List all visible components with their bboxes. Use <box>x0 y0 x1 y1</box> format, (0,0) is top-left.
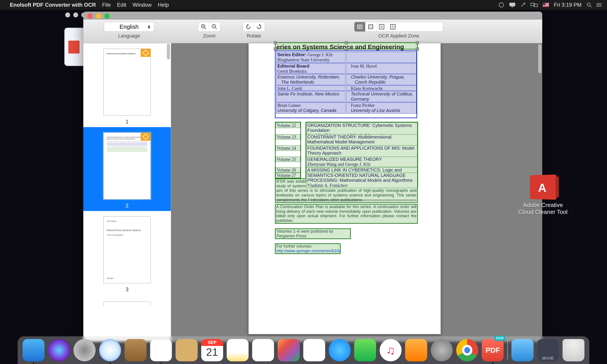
dock-downloads[interactable] <box>511 339 533 361</box>
svg-rect-1 <box>510 3 515 6</box>
table-cell: Erasmus University, Rotterdam, The Nethe… <box>276 74 345 85</box>
resize-handle[interactable] <box>274 41 277 44</box>
menu-help[interactable]: Help <box>158 2 169 8</box>
zoom-label: Zoom <box>198 33 221 39</box>
edit-badge-icon <box>141 49 151 57</box>
dock-chrome[interactable] <box>456 339 478 361</box>
dock-ibooks[interactable] <box>405 339 427 361</box>
sidebar-scrollbar[interactable] <box>167 44 170 59</box>
svg-rect-33 <box>379 25 384 29</box>
table-cell: Charles University, Prague, Czech Republ… <box>346 74 416 85</box>
status-flag-icon[interactable] <box>543 3 549 7</box>
dock-system-preferences[interactable] <box>431 339 453 361</box>
rotate-cw-button[interactable] <box>254 22 264 31</box>
edit-badge-icon <box>141 133 151 141</box>
zoom-in-button[interactable] <box>198 22 209 31</box>
table-cell: Franz PichlerUniversity of Linz Austria <box>346 102 416 114</box>
close-button[interactable] <box>87 13 93 19</box>
dock-itunes[interactable] <box>380 339 401 361</box>
zoom-button[interactable] <box>104 13 110 19</box>
dock-contacts[interactable] <box>176 339 197 361</box>
app-name[interactable]: Enolsoft PDF Converter with OCR <box>10 2 96 8</box>
resize-handle[interactable] <box>345 48 348 51</box>
table-cell: Ivan M. Havel <box>346 63 416 74</box>
dock-pdf-converter[interactable]: OCRPDF <box>482 339 504 361</box>
ocr-zone-title[interactable]: eries on Systems Science and Engineering <box>275 42 418 50</box>
ocr-zone-paragraph-3[interactable]: Volumes 1–6 were published by Pergamon P… <box>275 228 351 239</box>
caret-updown-icon: ▲▼ <box>147 25 151 28</box>
dock-facetime[interactable] <box>354 339 376 361</box>
thumb-number: 1 <box>83 119 171 125</box>
dock-notes[interactable] <box>227 339 248 361</box>
svg-rect-2 <box>511 6 513 7</box>
background-window-traffic-lights <box>65 13 86 17</box>
thumbnail-page-2[interactable]: International Federation for Systems Res… <box>83 127 171 211</box>
ocr-zone-link[interactable]: For further volumes: http://www.springer… <box>275 243 341 254</box>
ocr-zone-paragraph-2[interactable]: A Continuation Order Plan is available f… <box>275 204 418 224</box>
ocr-mark-paragraph-button[interactable] <box>365 22 376 31</box>
language-select[interactable]: English ▲▼ <box>104 22 154 32</box>
dock-finder[interactable] <box>23 339 44 361</box>
dock-reminders[interactable] <box>252 339 274 361</box>
status-arrow-icon[interactable] <box>520 2 526 8</box>
status-display-icon[interactable] <box>509 2 515 7</box>
ocr-mark-image-button[interactable] <box>376 22 387 31</box>
dock-movie-folder[interactable]: MOVIE <box>537 339 559 361</box>
resize-handle[interactable] <box>345 41 348 44</box>
dock-safari[interactable] <box>99 339 121 361</box>
menu-edit[interactable]: Edit <box>117 2 126 8</box>
ocr-mark-table-button[interactable] <box>387 22 398 31</box>
resize-handle[interactable] <box>416 48 419 51</box>
resize-handle[interactable] <box>274 48 277 51</box>
resize-handle[interactable] <box>416 41 419 44</box>
dock-messages[interactable] <box>329 339 351 361</box>
thumb-number: 2 <box>83 203 171 209</box>
volume-entry: GENERALIZED MEASURE THEORYZhenyuan Wang … <box>306 156 417 167</box>
dock-siri[interactable] <box>48 339 70 361</box>
page-view: eries on Systems Science and Engineering… <box>248 43 441 334</box>
svg-point-18 <box>597 6 597 7</box>
spotlight-icon[interactable] <box>586 2 592 8</box>
dock-calendar[interactable]: SEP21 <box>201 339 223 361</box>
separator-line <box>276 200 416 200</box>
ocr-zone-label: OCR Applied Zone <box>354 33 443 39</box>
volume-label: Volume 27 <box>276 173 300 178</box>
rotate-ccw-button[interactable] <box>243 22 254 31</box>
status-cc-icon[interactable] <box>498 2 504 8</box>
dock-photos[interactable] <box>303 339 325 361</box>
volume-entry: SEMANTICS-ORIENTED NATURAL LANGUAGE PROC… <box>306 173 417 188</box>
thumbnail-page-4[interactable] <box>83 295 171 309</box>
status-screens-icon[interactable] <box>531 2 538 7</box>
dock: SEP21 OCRPDF MOVIE <box>18 336 589 364</box>
background-window-edge <box>64 28 83 66</box>
ocr-editor-window: English ▲▼ Language Zoom Rotate <box>83 12 542 342</box>
ocr-zone-series-table[interactable]: Series Editor: George J. KlirBinghamton … <box>275 51 417 118</box>
dock-eagle[interactable] <box>124 339 147 361</box>
minimize-button[interactable] <box>96 13 101 19</box>
dock-trash[interactable] <box>563 339 584 361</box>
ocr-mark-text-button[interactable] <box>354 22 365 31</box>
table-cell: Series Editor: George J. KlirBinghamton … <box>276 52 345 63</box>
page-canvas[interactable]: eries on Systems Science and Engineering… <box>171 43 542 342</box>
volume-label: Volume 24 <box>276 145 300 151</box>
dock-dashboard[interactable] <box>277 339 300 361</box>
menu-file[interactable]: File <box>102 2 111 8</box>
table-cell: Brian GainesUniversity of Calgary, Canad… <box>276 102 345 114</box>
menubar-clock[interactable]: Fri 3:19 PM <box>554 2 581 8</box>
table-cell <box>346 52 416 63</box>
zoom-out-button[interactable] <box>209 22 220 31</box>
canvas-scrollbar[interactable] <box>538 44 541 73</box>
pdf-file-icon <box>68 40 80 53</box>
thumbnail-page-1[interactable]: Extremal Fuzzy Dynamic Systems 1 <box>83 43 171 127</box>
dock-mail[interactable] <box>150 339 172 361</box>
table-cell: Editorial BoardGerrit Broekstra <box>276 63 345 74</box>
svg-rect-9 <box>543 6 549 6</box>
desktop-icon-adobe-cleaner[interactable]: A Adobe Creative Cloud Cleaner Tool <box>517 175 569 215</box>
thumbnail-page-3[interactable]: Gia Sirbiladze Extremal Fuzzy Dynamic Sy… <box>83 211 171 295</box>
dock-launchpad[interactable] <box>73 339 95 361</box>
thumbnail-sidebar: Extremal Fuzzy Dynamic Systems 1 Interna… <box>83 43 171 342</box>
menu-window[interactable]: Window <box>132 2 152 8</box>
notification-center-icon[interactable] <box>597 3 602 7</box>
svg-rect-30 <box>369 25 373 29</box>
svg-point-17 <box>597 4 597 5</box>
